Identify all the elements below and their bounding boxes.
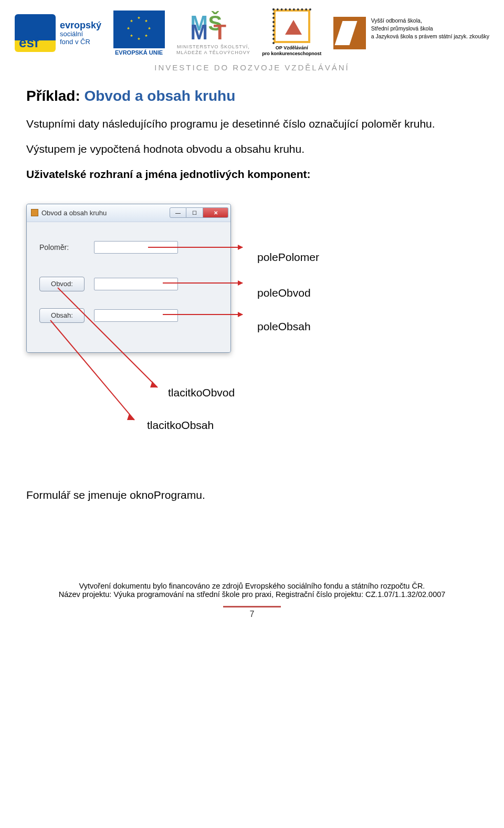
msmt-line1: MINISTERSTVO ŠKOLSTVÍ, [177,44,250,49]
op-logo: OP Vzdělávání pro konkurenceschopnost [262,9,321,57]
msmt-line2: MLÁDEŽE A TĚLOVÝCHOVY [176,50,250,55]
esf-logo: evropský sociální fond v ČR [15,14,101,52]
svg-line-2 [50,320,134,420]
callout-polePolomer: polePolomer [257,251,319,264]
eu-logo: EVROPSKÁ UNIE [113,11,165,56]
op-line1: OP Vzdělávání [276,45,308,50]
minimize-button[interactable]: — [170,207,186,218]
school-logo-icon [333,17,366,49]
arrow-polePolomer [148,247,243,248]
msmt-logo: MŠMT MINISTERSTVO ŠKOLSTVÍ, MLÁDEŽE A TĚ… [176,11,250,56]
footer: Vytvoření dokumentu bylo financováno ze … [0,582,504,619]
svg-marker-3 [127,414,134,420]
paragraph-1: Vstupními daty následujícího programu je… [26,116,478,132]
window-titlebar: Obvod a obsah kruhu — ☐ ✕ [27,204,230,222]
arrow-poleObvod [163,282,243,284]
esf-flag-icon [15,14,56,52]
footer-divider [223,606,281,607]
eu-label: EVROPSKÁ UNIE [113,49,165,56]
school-logo: Vyšší odborná škola, Střední průmyslová … [333,17,489,49]
header-logos: evropský sociální fond v ČR EVROPSKÁ UNI… [0,0,504,60]
esf-line1: evropský [60,20,101,31]
footer-line2: Název projektu: Výuka programování na st… [10,590,494,599]
maximize-button[interactable]: ☐ [186,207,203,218]
close-button[interactable]: ✕ [203,207,228,218]
title-prefix: Příklad: [26,88,80,104]
page-title: Příklad: Obvod a obsah kruhu [26,88,478,104]
title-text: Obvod a obsah kruhu [84,88,235,104]
callout-poleObvod: poleObvod [257,287,311,299]
window-icon [31,209,38,216]
content: Příklad: Obvod a obsah kruhu Vstupními d… [0,88,504,504]
page-number: 7 [10,610,494,619]
op-line2: pro konkurenceschopnost [262,51,321,56]
label-polomer: Poloměr: [39,243,85,251]
arrow-tlacitkoObsah [50,320,166,431]
callout-tlacitkoObvod: tlacitkoObvod [168,386,235,399]
esf-line2: sociální [60,30,83,38]
paragraph-3: Uživatelské rozhraní a jména jednotlivýc… [26,166,478,182]
esf-text: evropský sociální fond v ČR [60,20,101,47]
paragraph-2: Výstupem je vypočtená hodnota obvodu a o… [26,141,478,157]
window-title: Obvod a obsah kruhu [41,209,107,217]
school-line3: a Jazyková škola s právem státní jazyk. … [371,33,489,40]
callout-tlacitkoObsah: tlacitkoObsah [147,419,214,432]
school-line2: Střední průmyslová škola [371,25,489,33]
tagline: INVESTICE DO ROZVOJE VZDĚLÁVÁNÍ [0,63,504,72]
school-line1: Vyšší odborná škola, [371,17,489,25]
closing-line: Formulář se jmenuje oknoProgramu. [26,487,478,503]
ui-diagram: Obvod a obsah kruhu — ☐ ✕ Poloměr: Obvod… [26,204,478,466]
eu-flag-icon [113,11,165,48]
esf-line3: fond v ČR [60,38,90,46]
footer-line1: Vytvoření dokumentu bylo financováno ze … [10,582,494,590]
callout-poleObsah: poleObsah [257,320,311,333]
